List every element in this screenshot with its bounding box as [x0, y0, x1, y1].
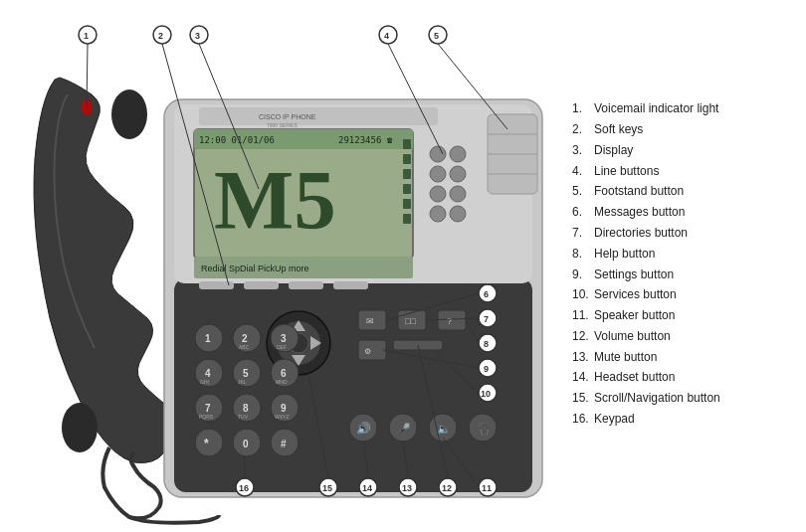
legend-item-7: 7.Directories button: [572, 225, 796, 242]
svg-rect-15: [403, 154, 411, 164]
legend-number: 10.: [572, 286, 594, 303]
main-container: CISCO IP PHONE 7900 SERIES 12:00 01/01/0…: [0, 0, 806, 532]
svg-text:🔊: 🔊: [356, 421, 371, 436]
svg-point-88: [195, 429, 223, 456]
svg-text:2: 2: [242, 333, 248, 344]
svg-text:JKL: JKL: [238, 379, 247, 385]
legend-text: Volume button: [594, 328, 671, 345]
phone-area: CISCO IP PHONE 7900 SERIES 12:00 01/01/0…: [0, 0, 557, 532]
svg-text:10: 10: [481, 389, 491, 399]
legend-item-12: 12.Volume button: [572, 328, 796, 345]
svg-text:4: 4: [205, 368, 211, 379]
svg-text:MNO: MNO: [276, 379, 288, 385]
legend-text: Display: [594, 142, 633, 159]
svg-text:5: 5: [434, 31, 439, 41]
legend-text: Messages button: [594, 204, 685, 221]
svg-point-1: [111, 89, 147, 139]
svg-text:?: ?: [447, 316, 452, 326]
legend-number: 8.: [572, 246, 594, 263]
legend-number: 5.: [572, 183, 594, 200]
svg-text:6: 6: [484, 289, 489, 299]
legend-text: Mute button: [594, 349, 657, 366]
svg-text:9: 9: [484, 364, 489, 374]
svg-text:12: 12: [442, 483, 452, 493]
svg-text:6: 6: [281, 368, 287, 379]
legend-text: Help button: [594, 246, 655, 263]
svg-point-26: [430, 146, 446, 162]
legend-number: 4.: [572, 163, 594, 180]
svg-rect-6: [199, 107, 438, 125]
svg-point-31: [450, 186, 466, 202]
svg-text:M5: M5: [214, 153, 336, 247]
legend-item-11: 11.Speaker button: [572, 307, 796, 324]
svg-text:29123456 ☎: 29123456 ☎: [338, 135, 393, 145]
legend-item-15: 15.Scroll/Navigation button: [572, 390, 796, 407]
svg-point-27: [450, 146, 466, 162]
legend-number: 2.: [572, 121, 594, 138]
legend-text: Voicemail indicator light: [594, 100, 718, 117]
svg-text:11: 11: [482, 483, 492, 493]
svg-text:PQRS: PQRS: [199, 414, 214, 420]
legend-item-13: 13.Mute button: [572, 349, 796, 366]
svg-point-28: [430, 166, 446, 182]
legend-text: Scroll/Navigation button: [594, 390, 720, 407]
legend-item-4: 4.Line buttons: [572, 163, 796, 180]
legend-text: Services button: [594, 286, 677, 303]
svg-text:GHI: GHI: [200, 379, 209, 385]
legend-item-10: 10.Services button: [572, 286, 796, 303]
legend-text: Keypad: [594, 411, 635, 428]
legend-number: 3.: [572, 142, 594, 159]
legend-item-16: 16.Keypad: [572, 411, 796, 428]
legend-text: Directories button: [594, 225, 688, 242]
legend-item-2: 2.Soft keys: [572, 121, 796, 138]
svg-rect-17: [403, 184, 411, 194]
svg-text:*: *: [204, 437, 209, 450]
legend-item-1: 1.Voicemail indicator light: [572, 100, 796, 117]
legend-item-9: 9.Settings button: [572, 266, 796, 283]
svg-rect-24: [289, 281, 323, 289]
svg-text:7: 7: [484, 314, 489, 324]
svg-text:3: 3: [281, 333, 287, 344]
legend-number: 14.: [572, 369, 594, 386]
svg-text:🔈: 🔈: [437, 422, 451, 436]
svg-rect-14: [403, 139, 411, 149]
svg-text:✉: ✉: [366, 316, 374, 326]
svg-point-2: [62, 403, 98, 452]
svg-text:1: 1: [205, 333, 211, 344]
svg-text:7900 SERIES: 7900 SERIES: [267, 122, 299, 128]
svg-rect-16: [403, 169, 411, 179]
legend-item-5: 5.Footstand button: [572, 183, 796, 200]
legend-number: 11.: [572, 307, 594, 324]
svg-text:0: 0: [243, 439, 249, 449]
legend-text: Settings button: [594, 266, 674, 283]
svg-rect-25: [333, 281, 368, 289]
svg-text:DEF: DEF: [277, 344, 287, 350]
svg-text:9: 9: [281, 403, 287, 414]
svg-rect-51: [358, 340, 386, 360]
svg-point-29: [450, 166, 466, 182]
legend-text: Headset button: [594, 369, 675, 386]
svg-text:7: 7: [205, 403, 211, 414]
svg-rect-19: [403, 214, 411, 224]
svg-rect-18: [403, 199, 411, 209]
legend-text: Line buttons: [594, 163, 659, 180]
svg-text:14: 14: [362, 483, 372, 493]
svg-text:#: #: [281, 439, 287, 449]
svg-text:8: 8: [243, 403, 249, 414]
svg-point-33: [450, 206, 466, 222]
legend-item-8: 8.Help button: [572, 246, 796, 263]
svg-text:5: 5: [243, 368, 249, 379]
svg-text:🎧: 🎧: [478, 422, 492, 436]
svg-text:Redial  SpDial  PickUp   more: Redial SpDial PickUp more: [201, 264, 309, 273]
svg-text:13: 13: [402, 483, 412, 493]
svg-text:15: 15: [322, 483, 332, 493]
svg-text:WXYZ: WXYZ: [275, 414, 289, 420]
svg-text:⚙: ⚙: [364, 347, 371, 356]
legend-number: 13.: [572, 349, 594, 366]
legend-item-6: 6.Messages button: [572, 204, 796, 221]
legend-text: Speaker button: [594, 307, 675, 324]
svg-rect-23: [244, 281, 279, 289]
legend-number: 15.: [572, 390, 594, 407]
legend-text: Footstand button: [594, 183, 684, 200]
svg-text:8: 8: [484, 339, 489, 349]
